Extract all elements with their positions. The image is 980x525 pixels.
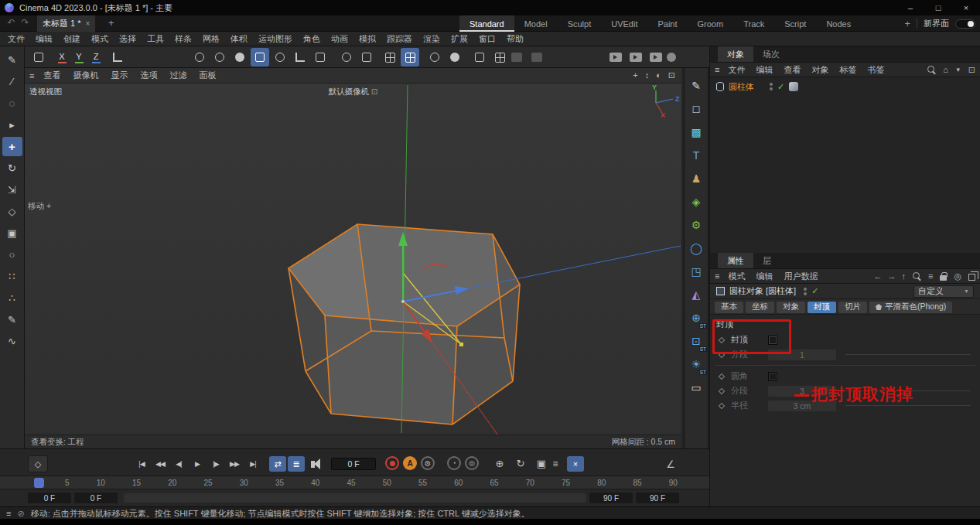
range-scrollbar[interactable] <box>124 493 586 503</box>
brush-tool-icon[interactable]: ✎ <box>2 310 22 329</box>
volume-mesher-icon[interactable] <box>528 48 546 66</box>
menu-item[interactable]: 创建 <box>58 33 86 45</box>
record-keyframe-button[interactable] <box>385 456 399 470</box>
scatter-globe-icon[interactable]: ⊕ST <box>686 308 706 328</box>
camera-label[interactable]: 默认摄像机 ⊡ <box>328 87 377 97</box>
volume-icon[interactable]: ▩ <box>686 122 706 142</box>
polygons-mode-icon[interactable] <box>251 48 269 66</box>
autokey-button[interactable]: A <box>403 456 417 470</box>
volume-builder-icon[interactable] <box>507 48 526 66</box>
workplane-icon[interactable]: ◳ <box>686 261 706 281</box>
viewport-corner-icon[interactable]: ↕ <box>645 70 650 80</box>
menu-item[interactable]: 选择 <box>114 33 142 45</box>
viewport-corner-icon[interactable]: + <box>633 70 637 80</box>
points-mode-icon[interactable]: ∷ <box>2 267 22 286</box>
y-axis-lock-button[interactable]: Y <box>71 48 87 66</box>
timeline-ruler[interactable]: 51015202530354045505560657075808590 <box>0 476 709 489</box>
om-menu-item[interactable]: 查看 <box>778 64 806 76</box>
layout-tab-groom[interactable]: Groom <box>688 15 734 32</box>
maximize-button[interactable]: □ <box>924 0 952 15</box>
menu-item[interactable]: 动画 <box>326 33 353 45</box>
visibility-dots-icon[interactable] <box>770 83 773 90</box>
layout-tab-uvedit[interactable]: UVEdit <box>601 15 647 32</box>
menu-item[interactable]: 文件 <box>2 33 30 45</box>
enable-check-icon[interactable]: ✓ <box>777 82 784 92</box>
menu-item[interactable]: 体积 <box>225 33 253 45</box>
record-rotation-button[interactable]: ↻ <box>513 455 528 471</box>
menu-item[interactable]: 帮助 <box>501 33 529 45</box>
model-mode-icon[interactable] <box>271 48 289 66</box>
reset-psr-icon[interactable] <box>337 48 356 66</box>
layout-tab-model[interactable]: Model <box>514 15 558 32</box>
live-selection-icon[interactable]: ◌ <box>2 94 22 113</box>
tablet-icon[interactable]: ▭ <box>686 377 706 397</box>
menu-item[interactable]: 样条 <box>169 33 197 45</box>
subdivide-tool-icon[interactable] <box>490 48 509 66</box>
prev-key-button[interactable]: ◀◀ <box>152 455 169 472</box>
am-nav-icon[interactable]: → <box>887 271 896 281</box>
material-sphere-icon[interactable] <box>662 48 681 66</box>
animation-layers-button[interactable]: ≡ <box>548 456 563 472</box>
enable-axis-icon[interactable]: ○ <box>2 245 22 264</box>
am-nav-icon[interactable]: ↑ <box>901 271 906 281</box>
tab-coordinates[interactable]: 坐标 <box>746 302 774 313</box>
text-tool-icon[interactable]: T <box>686 145 706 165</box>
layout-tab-sculpt[interactable]: Sculpt <box>558 15 602 32</box>
workplane-lock-icon[interactable] <box>29 48 48 66</box>
menu-item[interactable]: 模式 <box>86 33 114 45</box>
loop-toggle-button[interactable]: ⇄ <box>269 456 286 472</box>
x-axis-lock-button[interactable]: X <box>54 48 70 66</box>
object-row-cylinder[interactable]: 圆柱体 ✓ <box>710 80 980 94</box>
tab-phong[interactable]: 平滑着色(Phong) <box>869 302 952 313</box>
view-solo-icon[interactable] <box>425 48 444 66</box>
workplane-mode-icon[interactable] <box>311 48 330 66</box>
next-key-button[interactable]: ▶▶ <box>226 455 243 472</box>
character-icon[interactable]: ♟ <box>686 169 706 189</box>
viewport-corner-icon[interactable]: ◐ <box>656 70 661 80</box>
layout-tab-nodes[interactable]: Nodes <box>816 15 861 32</box>
am-search-icon[interactable] <box>913 272 921 281</box>
viewport-menu-item[interactable]: 面板 <box>193 70 222 81</box>
viewport-menu-item[interactable]: 摄像机 <box>67 70 104 81</box>
view-label[interactable]: 透视视图 <box>29 87 62 97</box>
undo-icon[interactable]: ↶ <box>5 17 18 28</box>
render-picture-viewer-icon[interactable] <box>627 48 645 66</box>
menu-item[interactable]: 网格 <box>197 33 225 45</box>
prev-frame-button[interactable]: ◀| <box>170 455 187 472</box>
am-menu-item[interactable]: 用户数据 <box>778 271 823 282</box>
isolate-icon[interactable] <box>446 48 464 66</box>
am-popout-icon[interactable] <box>968 274 975 281</box>
om-home-icon[interactable]: ⌂ <box>943 65 948 74</box>
current-frame-field[interactable]: 0 F <box>331 458 376 470</box>
om-window-icon[interactable]: ⊡ <box>968 65 975 75</box>
tab-objects[interactable]: 对象 <box>718 46 753 62</box>
playhead-marker[interactable] <box>34 478 44 488</box>
menu-item[interactable]: 工具 <box>142 33 169 45</box>
model-mode-icon[interactable]: ▣ <box>2 223 22 243</box>
mograph-icon[interactable]: ◈ <box>686 192 706 212</box>
spline-pen-icon[interactable]: ∿ <box>2 332 22 351</box>
add-layout-button[interactable]: + <box>904 18 910 29</box>
viewport-canvas[interactable]: Y Z X 默认摄像机 ⊡ 移动 + <box>25 84 681 435</box>
om-menu-item[interactable]: 编辑 <box>750 64 778 76</box>
tab-caps[interactable]: 封顶 <box>808 302 836 313</box>
cylinder-object[interactable] <box>289 224 520 424</box>
object-name[interactable]: 圆柱体 <box>729 81 754 93</box>
pen-tool-icon[interactable]: ✎ <box>686 76 706 96</box>
make-editable-icon[interactable]: ◇ <box>2 202 22 221</box>
menu-item[interactable]: 渲染 <box>418 33 446 45</box>
goto-start-button[interactable]: |◀ <box>133 455 150 472</box>
om-menu-item[interactable]: 文件 <box>722 64 750 76</box>
menu-item[interactable]: 跟踪器 <box>381 33 418 45</box>
record-position-button[interactable]: ⊕ <box>492 455 507 471</box>
menu-item[interactable]: 窗口 <box>473 33 501 45</box>
rotate-tool-icon[interactable]: ↻ <box>2 159 22 178</box>
key-diamond-icon[interactable] <box>719 373 725 379</box>
redo-icon[interactable]: ↷ <box>19 17 32 28</box>
points-mode-icon[interactable] <box>210 48 229 66</box>
axis-center-icon[interactable] <box>357 48 376 66</box>
mirror-tool-icon[interactable] <box>470 48 489 66</box>
viewport-menu-item[interactable]: 显示 <box>104 70 134 81</box>
pick-tool-icon[interactable]: ▸ <box>2 115 22 135</box>
layout-tab-paint[interactable]: Paint <box>647 15 687 32</box>
